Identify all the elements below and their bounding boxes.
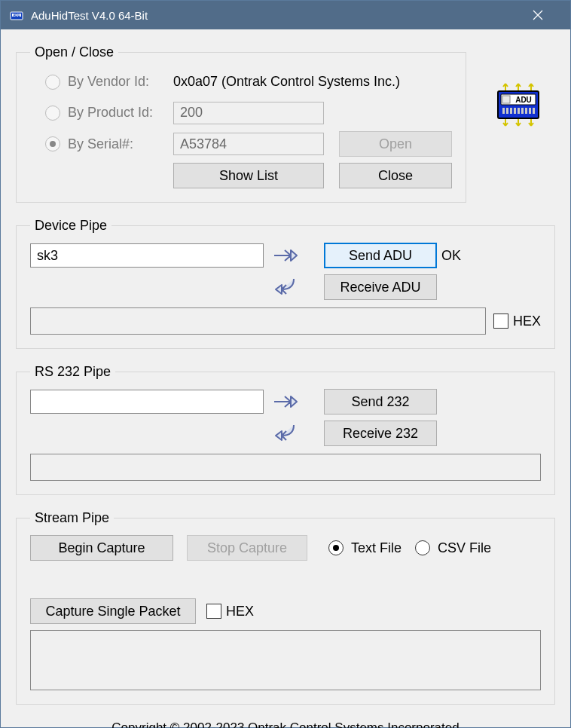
receive-adu-button[interactable]: Receive ADU [324, 274, 437, 300]
adu-logo: ADU [492, 82, 545, 127]
stream-pipe-legend: Stream Pipe [30, 510, 114, 526]
rs232-pipe-group: RS 232 Pipe Send 232 Receive 232 [16, 364, 555, 495]
svg-text:ADU: ADU [13, 14, 20, 17]
send-arrow-icon [271, 393, 301, 411]
by-product-row: By Product Id: [45, 105, 173, 121]
footer: Copyright © 2002-2023 Ontrak Control Sys… [16, 720, 555, 728]
stop-capture-button[interactable]: Stop Capture [187, 535, 307, 561]
titlebar: ADU AduHidTest V4.0 64-Bit [1, 1, 570, 29]
client-area: ADU Open / Close By Vendor Id: 0x0 [1, 29, 570, 728]
stream-hex-checkbox-label[interactable]: HEX [206, 604, 254, 619]
window-title: AduHidTest V4.0 64-Bit [31, 9, 533, 22]
device-hex-checkbox[interactable] [493, 314, 508, 329]
begin-capture-button[interactable]: Begin Capture [30, 535, 173, 561]
by-serial-radio[interactable] [45, 136, 60, 151]
receive-arrow-icon [271, 422, 301, 445]
capture-single-packet-button[interactable]: Capture Single Packet [30, 598, 196, 624]
by-vendor-label: By Vendor Id: [68, 74, 173, 90]
open-button[interactable]: Open [339, 131, 452, 157]
device-pipe-legend: Device Pipe [30, 218, 111, 234]
svg-rect-5 [502, 96, 510, 103]
send-adu-button[interactable]: Send ADU [324, 243, 437, 268]
svg-rect-11 [518, 108, 520, 114]
device-hex-checkbox-label[interactable]: HEX [493, 314, 541, 329]
stream-pipe-output [30, 630, 541, 690]
stream-hex-checkbox[interactable] [206, 604, 221, 619]
by-product-label: By Product Id: [68, 105, 173, 121]
device-pipe-output [30, 307, 486, 335]
device-pipe-input[interactable] [30, 243, 264, 268]
product-id-input[interactable] [173, 102, 324, 124]
device-pipe-group: Device Pipe Send ADU OK Receive ADU [16, 218, 555, 349]
by-serial-row: By Serial#: [45, 136, 173, 152]
by-serial-label: By Serial#: [68, 136, 173, 152]
csv-file-radio[interactable] [415, 540, 430, 555]
app-window: ADU AduHidTest V4.0 64-Bit [0, 0, 571, 728]
open-close-legend: Open / Close [30, 44, 118, 60]
svg-rect-15 [533, 108, 535, 114]
send-232-button[interactable]: Send 232 [324, 389, 437, 414]
device-pipe-status: OK [437, 248, 482, 264]
show-list-button[interactable]: Show List [173, 163, 324, 188]
csv-file-radio-label[interactable]: CSV File [415, 540, 491, 556]
by-product-radio[interactable] [45, 106, 60, 121]
serial-input[interactable] [173, 133, 324, 155]
receive-arrow-icon [271, 276, 301, 298]
svg-rect-12 [521, 108, 524, 114]
app-icon: ADU [8, 7, 25, 23]
text-file-radio-label[interactable]: Text File [328, 540, 402, 556]
by-vendor-radio[interactable] [45, 75, 60, 90]
rs232-pipe-input[interactable] [30, 390, 264, 414]
svg-rect-14 [529, 108, 531, 114]
close-button[interactable]: Close [339, 163, 452, 188]
send-arrow-icon [271, 246, 301, 265]
copyright-text: Copyright © 2002-2023 Ontrak Control Sys… [16, 720, 555, 728]
svg-rect-10 [514, 108, 516, 114]
stream-pipe-group: Stream Pipe Begin Capture Stop Capture T… [16, 510, 555, 705]
text-file-radio[interactable] [328, 540, 344, 555]
svg-rect-8 [506, 108, 508, 114]
rs232-pipe-legend: RS 232 Pipe [30, 364, 115, 380]
by-vendor-row: By Vendor Id: [45, 74, 173, 90]
close-icon[interactable] [533, 10, 563, 20]
vendor-id-text: 0x0a07 (Ontrak Control Systems Inc.) [173, 74, 452, 90]
svg-text:ADU: ADU [515, 96, 532, 104]
receive-232-button[interactable]: Receive 232 [324, 421, 437, 446]
rs232-pipe-output [30, 454, 541, 481]
svg-rect-9 [510, 108, 512, 114]
svg-rect-7 [502, 108, 505, 114]
svg-rect-13 [525, 108, 527, 114]
open-close-group: Open / Close By Vendor Id: 0x0a07 (Ontra… [16, 44, 466, 203]
